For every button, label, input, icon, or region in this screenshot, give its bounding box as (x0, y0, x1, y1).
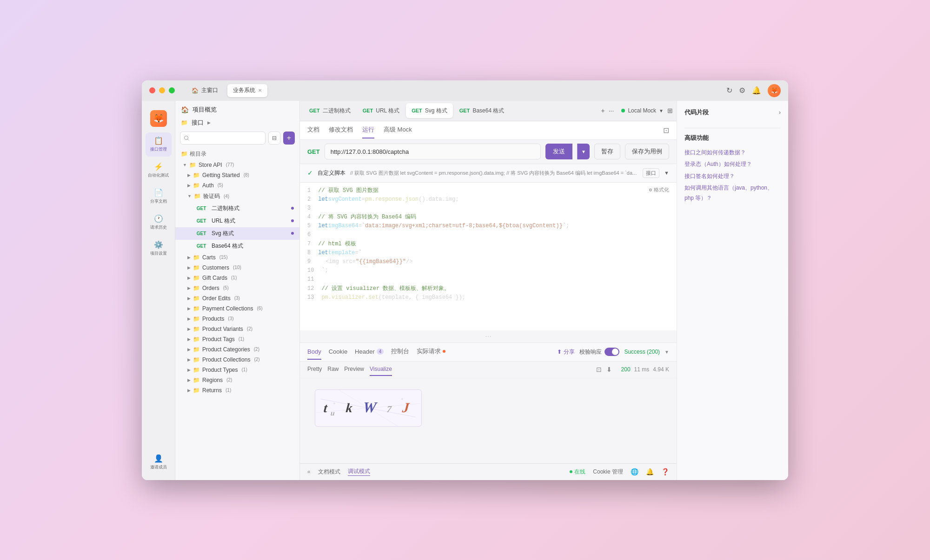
payment-collections-folder[interactable]: ▶ 📁 Payment Collections (6) (175, 303, 299, 314)
help-icon[interactable]: ❓ (661, 468, 669, 475)
product-categories-folder[interactable]: ▶ 📁 Product Categories (2) (175, 344, 299, 355)
header-tab[interactable]: Header 4 (355, 344, 384, 360)
send-button[interactable]: 发送 (545, 144, 572, 159)
store-api-folder[interactable]: ▼ 📁 Store API (77) (175, 160, 299, 170)
sidebar-item-settings[interactable]: ⚙️ 项目设置 (146, 237, 172, 261)
add-tab-icon[interactable]: + (601, 107, 605, 114)
split-view-icon[interactable]: ⊡ (663, 126, 669, 134)
verify-switch[interactable] (604, 348, 619, 356)
subnav-modify-doc[interactable]: 修改文档 (329, 122, 353, 138)
getting-started-folder[interactable]: ▶ 📁 Getting Started (8) (175, 170, 299, 180)
close-button[interactable] (149, 87, 155, 93)
product-collections-folder[interactable]: ▶ 📁 Product Collections (2) (175, 355, 299, 365)
filter-button[interactable]: ⊟ (268, 132, 280, 145)
globe-icon[interactable]: 🌐 (631, 468, 638, 475)
debug-mode-button[interactable]: 调试模式 (348, 468, 370, 476)
tab-svg[interactable]: GET Svg 格式 (406, 103, 453, 118)
minimize-button[interactable] (159, 87, 165, 93)
customers-folder[interactable]: ▶ 📁 Customers (10) (175, 263, 299, 273)
online-indicator[interactable]: 在线 (570, 468, 585, 476)
user-avatar[interactable]: 🦊 (768, 84, 781, 97)
captcha-folder[interactable]: ▼ 📁 验证码 (4) (175, 191, 299, 202)
settings-icon[interactable]: ⚙ (739, 86, 745, 95)
url-input[interactable] (325, 144, 541, 159)
interface-label[interactable]: 接口 (192, 119, 204, 127)
notification-icon[interactable]: 🔔 (752, 86, 761, 95)
sidebar-item-api[interactable]: 📋 接口管理 (146, 132, 172, 157)
panel-toggle-icon[interactable]: ⊞ (667, 107, 673, 114)
api-binary-format[interactable]: GET 二进制格式 (175, 202, 299, 215)
actual-request-tab[interactable]: 实际请求 (417, 343, 445, 360)
format-preview[interactable]: Preview (344, 363, 364, 376)
format-raw[interactable]: Raw (327, 363, 339, 376)
format-button[interactable]: ⚙ 格式化 (649, 186, 669, 195)
root-folder-icon: 📁 (181, 151, 188, 157)
body-tab[interactable]: Body (307, 344, 321, 360)
code-editor[interactable]: ⚙ 格式化 1 // 获取 SVG 图片数据 2 let svgContent … (300, 183, 677, 330)
root-folder[interactable]: 📁 根目录 (175, 148, 299, 160)
folder-icon15: 📁 (193, 356, 200, 363)
copy-response-icon[interactable]: ⊡ (596, 366, 602, 373)
order-edits-folder[interactable]: ▶ 📁 Order Edits (3) (175, 293, 299, 303)
products-folder[interactable]: ▶ 📁 Products (3) (175, 314, 299, 324)
folder-icon10: 📁 (193, 305, 200, 312)
send-dropdown-button[interactable]: ▼ (577, 144, 590, 159)
collapse-sidebar-icon[interactable]: « (307, 468, 311, 475)
search-input[interactable] (180, 132, 266, 145)
orders-folder[interactable]: ▶ 📁 Orders (5) (175, 283, 299, 293)
subnav-doc[interactable]: 文档 (307, 122, 319, 138)
carts-folder[interactable]: ▶ 📁 Carts (15) (175, 252, 299, 263)
tab-url[interactable]: GET URL 格式 (357, 103, 405, 118)
header-count-badge: 4 (377, 349, 384, 355)
api-svg-format[interactable]: GET Svg 格式 (175, 227, 299, 240)
save-button[interactable]: 暂存 (594, 144, 620, 159)
project-overview-label[interactable]: 项目概览 (193, 105, 217, 114)
sidebar-item-auto[interactable]: ⚡ 自动化测试 (146, 158, 172, 183)
refresh-icon[interactable]: ↻ (726, 86, 732, 95)
more-tabs-icon[interactable]: ··· (609, 107, 614, 114)
doc-mode-button[interactable]: 文档模式 (318, 468, 340, 476)
format-visualize[interactable]: Visualize (370, 363, 392, 376)
product-categories-label: Product Categories (202, 346, 250, 353)
share-button[interactable]: ⬆ 分享 (557, 348, 575, 356)
sidebar-item-doc[interactable]: 📄 分享文档 (146, 184, 172, 209)
tab-business-system[interactable]: 业务系统 ✕ (227, 84, 267, 97)
code-line-5: 5 let imgBase64 = `data:image/svg+xml;ch… (307, 222, 669, 231)
sidebar-item-invite[interactable]: 👤 邀请成员 (146, 450, 172, 474)
link-auth-handling[interactable]: 登录态（Auth）如何处理？ (684, 159, 781, 170)
link-data-passing[interactable]: 接口之间如何传递数据？ (684, 148, 781, 158)
expand-script-chevron[interactable]: ▼ (664, 170, 669, 176)
console-tab[interactable]: 控制台 (391, 343, 409, 360)
link-other-languages[interactable]: 如何调用其他语言（java、python、php 等）？ (684, 183, 781, 203)
product-types-folder[interactable]: ▶ 📁 Product Types (1) (175, 365, 299, 375)
add-api-button[interactable]: + (283, 132, 295, 145)
tab-binary[interactable]: GET 二进制格式 (304, 103, 356, 118)
code-line-11: 11 (307, 275, 669, 284)
download-response-icon[interactable]: ⬇ (606, 366, 612, 373)
product-tags-folder[interactable]: ▶ 📁 Product Tags (1) (175, 334, 299, 344)
tab-base64[interactable]: GET Base64 格式 (454, 103, 510, 118)
save-example-button[interactable]: 保存为用例 (625, 144, 669, 159)
format-pretty[interactable]: Pretty (307, 363, 322, 376)
subnav-run[interactable]: 运行 (362, 122, 374, 138)
gift-cards-folder[interactable]: ▶ 📁 Gift Cards (1) (175, 273, 299, 283)
auth-folder[interactable]: ▶ 📁 Auth (5) (175, 180, 299, 191)
local-mock-selector[interactable]: Local Mock ▼ (621, 107, 664, 114)
status-dropdown-icon[interactable]: ▼ (664, 349, 669, 355)
link-signature[interactable]: 接口签名如何处理？ (684, 171, 781, 182)
status-badge: Success (200) (624, 349, 660, 355)
sidebar-item-history[interactable]: 🕐 请求历史 (146, 211, 172, 235)
cookie-tab[interactable]: Cookie (329, 344, 347, 360)
api-url-format[interactable]: GET URL 格式 (175, 215, 299, 227)
api-base64-format[interactable]: GET Base64 格式 (175, 240, 299, 252)
tab-main-window[interactable]: 🏠 主窗口 (186, 84, 224, 97)
subnav-advanced-mock[interactable]: 高级 Mock (384, 122, 412, 138)
code-snippets-expand-icon[interactable]: › (779, 109, 781, 116)
returns-folder[interactable]: ▶ 📁 Returns (1) (175, 385, 299, 395)
maximize-button[interactable] (169, 87, 175, 93)
cookie-management-button[interactable]: Cookie 管理 (593, 468, 623, 476)
close-tab-icon[interactable]: ✕ (258, 88, 262, 93)
product-variants-folder[interactable]: ▶ 📁 Product Variants (2) (175, 324, 299, 334)
bell-icon[interactable]: 🔔 (646, 468, 654, 475)
regions-folder[interactable]: ▶ 📁 Regions (2) (175, 375, 299, 385)
